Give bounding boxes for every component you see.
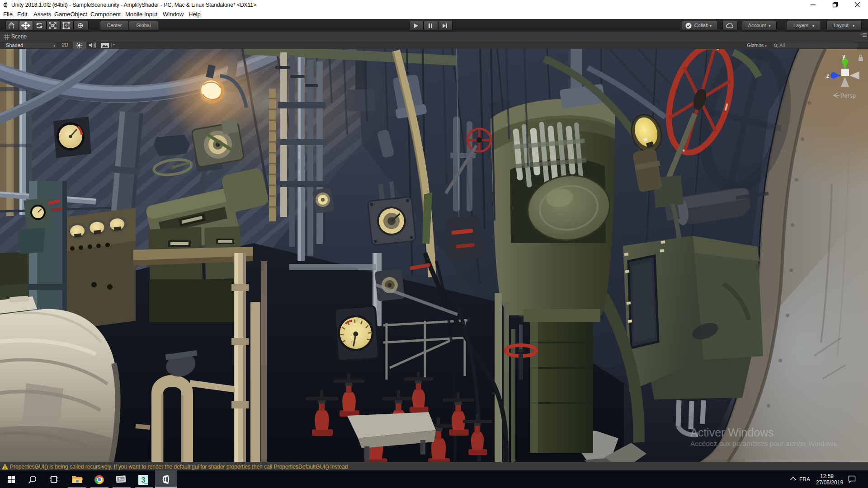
svg-text:MAX: MAX — [144, 483, 148, 485]
svg-text:Persp: Persp — [840, 92, 856, 99]
svg-text:Accédez aux paramètres pour ac: Accédez aux paramètres pour activer Wind… — [690, 440, 839, 447]
svg-text:z: z — [826, 73, 829, 79]
svg-text:y: y — [842, 53, 845, 60]
svg-text:Activer Windows: Activer Windows — [690, 426, 774, 439]
